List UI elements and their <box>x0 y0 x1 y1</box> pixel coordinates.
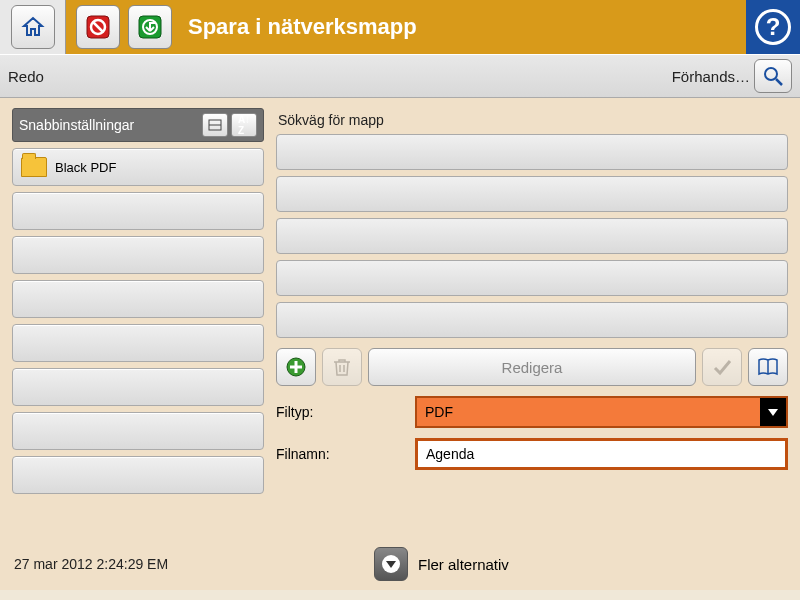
path-item[interactable] <box>276 218 788 254</box>
home-button[interactable] <box>11 5 55 49</box>
chevron-down-icon <box>382 555 400 573</box>
quickset-item[interactable]: Black PDF <box>12 148 264 186</box>
preview-button[interactable] <box>754 59 792 93</box>
status-text: Redo <box>8 68 672 85</box>
trash-icon <box>333 357 351 377</box>
chevron-down-icon <box>760 398 786 426</box>
quickset-item[interactable] <box>12 236 264 274</box>
browse-path-button[interactable] <box>748 348 788 386</box>
quicksets-header: Snabbinställningar A↓Z <box>12 108 264 142</box>
preview-label: Förhands… <box>672 68 750 85</box>
add-path-button[interactable] <box>276 348 316 386</box>
start-icon <box>137 14 163 40</box>
filename-input[interactable]: Agenda <box>415 438 788 470</box>
plus-icon <box>285 356 307 378</box>
cancel-icon <box>85 14 111 40</box>
filetype-select[interactable]: PDF <box>415 396 788 428</box>
filename-value: Agenda <box>426 446 474 462</box>
book-icon <box>757 358 779 376</box>
delete-path-button[interactable] <box>322 348 362 386</box>
cancel-button[interactable] <box>76 5 120 49</box>
more-options-button[interactable] <box>374 547 408 581</box>
path-list <box>276 134 788 338</box>
confirm-path-button[interactable] <box>702 348 742 386</box>
timestamp: 27 mar 2012 2:24:29 EM <box>14 556 374 572</box>
quickset-item[interactable] <box>12 324 264 362</box>
home-button-wrap <box>0 0 66 54</box>
path-item[interactable] <box>276 176 788 212</box>
more-options-label: Fler alternativ <box>418 556 509 573</box>
path-item[interactable] <box>276 302 788 338</box>
quickset-item[interactable] <box>12 456 264 494</box>
magnifier-icon <box>762 65 784 87</box>
status-bar: Redo Förhands… <box>0 54 800 98</box>
path-item[interactable] <box>276 134 788 170</box>
path-label: Sökväg för mapp <box>278 112 788 128</box>
home-icon <box>21 15 45 39</box>
title-actions <box>66 5 182 49</box>
form-panel: Sökväg för mapp Redigera Filtyp: <box>276 108 788 528</box>
quicksets-panel: Snabbinställningar A↓Z Black PDF <box>12 108 264 528</box>
main-area: Snabbinställningar A↓Z Black PDF Sökväg … <box>0 98 800 538</box>
footer-bar: 27 mar 2012 2:24:29 EM Fler alternativ <box>0 538 800 590</box>
edit-path-button[interactable]: Redigera <box>368 348 696 386</box>
page-title: Spara i nätverksmapp <box>182 14 746 40</box>
path-actions: Redigera <box>276 348 788 386</box>
quicksets-title: Snabbinställningar <box>19 117 199 133</box>
filename-row: Filnamn: Agenda <box>276 438 788 470</box>
filetype-value: PDF <box>425 404 453 420</box>
svg-point-5 <box>765 68 777 80</box>
filetype-label: Filtyp: <box>276 404 411 420</box>
quickset-item[interactable] <box>12 192 264 230</box>
start-button[interactable] <box>128 5 172 49</box>
svg-line-6 <box>776 79 782 85</box>
filetype-row: Filtyp: PDF <box>276 396 788 428</box>
help-icon: ? <box>755 9 791 45</box>
quickset-item[interactable] <box>12 412 264 450</box>
path-item[interactable] <box>276 260 788 296</box>
quicksets-view-button[interactable] <box>202 113 228 137</box>
sort-icon: A↓Z <box>238 114 250 136</box>
folder-icon <box>21 157 47 177</box>
quicksets-sort-button[interactable]: A↓Z <box>231 113 257 137</box>
list-icon <box>208 119 222 131</box>
title-bar: Spara i nätverksmapp ? <box>0 0 800 54</box>
quickset-item[interactable] <box>12 280 264 318</box>
help-button[interactable]: ? <box>746 0 800 54</box>
filename-label: Filnamn: <box>276 446 411 462</box>
quickset-item[interactable] <box>12 368 264 406</box>
check-icon <box>711 356 733 378</box>
quickset-label: Black PDF <box>55 160 116 175</box>
